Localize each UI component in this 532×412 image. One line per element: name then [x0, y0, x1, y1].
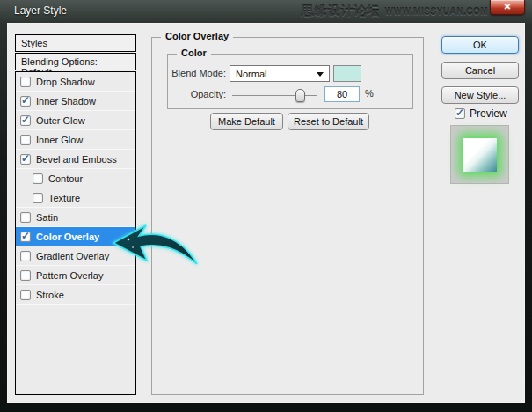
- checkbox-checked-icon[interactable]: [20, 232, 31, 242]
- styles-list: Drop ShadowInner ShadowOuter GlowInner G…: [15, 71, 136, 395]
- checkbox-unchecked-icon[interactable]: [33, 173, 43, 184]
- layer-style-dialog: Layer Style 思缘设计论坛 WWW.MISSYUAN.COM ✕ St…: [0, 0, 532, 412]
- style-item-label: Satin: [36, 212, 58, 223]
- checkbox-checked-icon[interactable]: [20, 96, 31, 107]
- style-item-pattern-overlay[interactable]: Pattern Overlay: [16, 266, 135, 285]
- style-preview-thumbnail: [450, 125, 509, 184]
- checkbox-unchecked-icon[interactable]: [33, 193, 43, 203]
- preview-label: Preview: [470, 107, 507, 120]
- checkbox-unchecked-icon[interactable]: [20, 135, 31, 145]
- blend-mode-value: Normal: [236, 69, 266, 79]
- watermark-cn-text: 思缘设计论坛: [302, 4, 381, 19]
- opacity-value-field[interactable]: 80: [324, 86, 360, 102]
- watermark-site-text: WWW.MISSYUAN.COM: [385, 7, 488, 17]
- opacity-unit: %: [365, 88, 374, 99]
- ok-button[interactable]: OK: [441, 36, 519, 54]
- dialog-client-area: Styles Blending Options: Default Drop Sh…: [7, 23, 525, 403]
- style-item-label: Gradient Overlay: [36, 251, 109, 261]
- color-overlay-group-title: Color Overlay: [161, 31, 233, 41]
- style-item-label: Inner Glow: [36, 135, 83, 145]
- style-item-label: Pattern Overlay: [36, 270, 103, 281]
- new-style-button[interactable]: New Style...: [441, 86, 519, 104]
- checkbox-checked-icon[interactable]: [20, 115, 31, 126]
- checkbox-unchecked-icon[interactable]: [20, 251, 31, 261]
- style-item-outer-glow[interactable]: Outer Glow: [16, 111, 135, 130]
- title-bar[interactable]: Layer Style 思缘设计论坛 WWW.MISSYUAN.COM ✕: [0, 0, 532, 23]
- reset-to-default-button[interactable]: Reset to Default: [288, 113, 369, 130]
- opacity-label: Opacity:: [168, 89, 226, 99]
- close-icon[interactable]: ✕: [490, 0, 525, 15]
- checkbox-unchecked-icon[interactable]: [20, 270, 31, 281]
- preview-checkbox[interactable]: Preview: [455, 107, 507, 120]
- style-item-label: Bevel and Emboss: [36, 154, 117, 165]
- style-item-gradient-overlay[interactable]: Gradient Overlay: [16, 246, 135, 266]
- checkbox-checked-icon[interactable]: [20, 154, 31, 165]
- style-item-label: Contour: [48, 173, 83, 184]
- styles-panel-header-label: Styles: [16, 35, 135, 51]
- window-title: Layer Style: [14, 4, 67, 17]
- opacity-slider-track[interactable]: [232, 95, 317, 96]
- style-item-inner-glow[interactable]: Inner Glow: [16, 130, 135, 150]
- style-item-stroke[interactable]: Stroke: [16, 285, 135, 305]
- checkbox-unchecked-icon[interactable]: [20, 77, 31, 87]
- chevron-down-icon: [317, 72, 324, 77]
- color-group: Color Blend Mode: Normal Opacity: 80 %: [167, 54, 413, 109]
- style-item-inner-shadow[interactable]: Inner Shadow: [16, 92, 135, 111]
- color-overlay-group: Color Overlay Color Blend Mode: Normal O…: [151, 37, 424, 395]
- style-item-texture[interactable]: Texture: [16, 188, 135, 208]
- watermark: 思缘设计论坛 WWW.MISSYUAN.COM: [302, 4, 488, 19]
- style-item-label: Color Overlay: [36, 232, 99, 242]
- styles-panel-header: Styles: [15, 34, 136, 52]
- blending-options-item[interactable]: Blending Options: Default: [15, 53, 136, 70]
- style-item-color-overlay[interactable]: Color Overlay: [16, 227, 135, 246]
- style-item-label: Outer Glow: [36, 115, 85, 126]
- overlay-color-swatch[interactable]: [333, 65, 361, 82]
- make-default-button[interactable]: Make Default: [210, 113, 283, 130]
- style-preview-swatch: [463, 138, 497, 172]
- style-item-label: Texture: [48, 193, 80, 203]
- style-item-label: Inner Shadow: [36, 96, 96, 107]
- blend-mode-label: Blend Mode:: [168, 68, 226, 78]
- style-item-bevel-and-emboss[interactable]: Bevel and Emboss: [16, 150, 135, 169]
- style-item-contour[interactable]: Contour: [16, 169, 135, 188]
- checkbox-unchecked-icon[interactable]: [20, 290, 31, 300]
- style-item-drop-shadow[interactable]: Drop Shadow: [16, 72, 135, 92]
- checkbox-unchecked-icon[interactable]: [20, 212, 31, 223]
- blend-mode-dropdown[interactable]: Normal: [230, 65, 330, 82]
- cancel-button[interactable]: Cancel: [441, 62, 519, 79]
- style-item-label: Stroke: [36, 290, 64, 300]
- style-item-satin[interactable]: Satin: [16, 208, 135, 227]
- opacity-slider-thumb[interactable]: [295, 89, 305, 102]
- checkbox-checked-icon: [455, 108, 465, 119]
- style-item-label: Drop Shadow: [36, 77, 95, 87]
- color-group-title: Color: [177, 48, 211, 58]
